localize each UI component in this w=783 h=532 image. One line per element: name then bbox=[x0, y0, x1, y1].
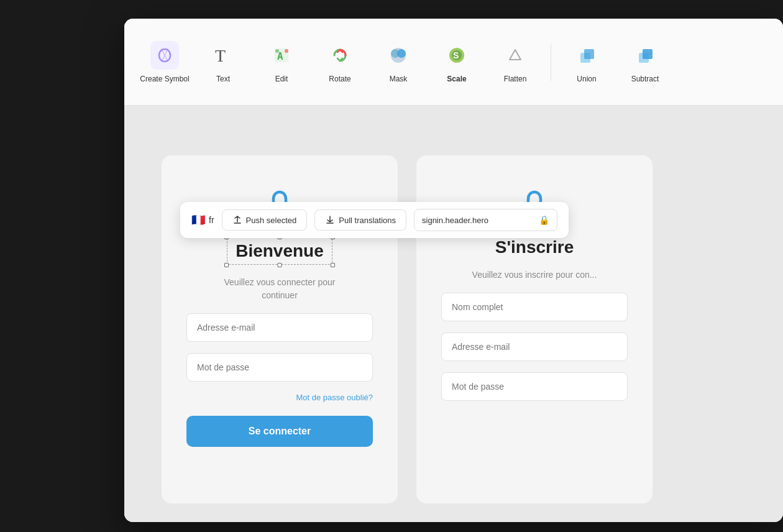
svg-point-3 bbox=[275, 49, 279, 53]
scale-icon: S bbox=[442, 41, 471, 70]
canvas-area[interactable]: 🇫🇷 fr Push selected Pull translations bbox=[124, 106, 783, 522]
scale-tool[interactable]: S Scale bbox=[429, 28, 485, 96]
rotate-label: Rotate bbox=[329, 75, 350, 83]
mask-icon bbox=[384, 41, 413, 70]
handle-bl bbox=[224, 263, 229, 267]
toolbar: Create Symbol T Text A Edit bbox=[124, 19, 783, 106]
flatten-tool[interactable]: Flatten bbox=[487, 28, 543, 96]
flatten-icon bbox=[501, 41, 529, 70]
subtract-tool[interactable]: Subtract bbox=[617, 28, 673, 96]
rotate-tool[interactable]: Rotate bbox=[312, 28, 368, 96]
signup-title: S'inscrire bbox=[495, 237, 574, 257]
signup-password-input[interactable] bbox=[441, 372, 628, 401]
union-label: Union bbox=[577, 75, 596, 83]
push-icon bbox=[232, 215, 242, 225]
pull-translations-button[interactable]: Pull translations bbox=[314, 209, 406, 231]
signup-fullname-input[interactable] bbox=[441, 293, 628, 321]
create-symbol-tool[interactable]: Create Symbol bbox=[137, 28, 193, 96]
signin-email-input[interactable] bbox=[186, 313, 373, 342]
rotate-icon bbox=[326, 41, 354, 70]
svg-text:S: S bbox=[453, 50, 459, 60]
svg-point-7 bbox=[397, 49, 406, 58]
toolbar-divider bbox=[551, 44, 551, 81]
signin-submit-button[interactable]: Se connecter bbox=[186, 416, 373, 447]
union-icon bbox=[572, 41, 601, 70]
signin-title: Bienvenue bbox=[236, 241, 324, 260]
signin-title-selected: Bienvenue bbox=[227, 237, 332, 265]
pull-icon bbox=[325, 215, 335, 225]
signup-email-input[interactable] bbox=[441, 332, 628, 361]
translation-key-input[interactable] bbox=[422, 216, 534, 225]
translation-bar: 🇫🇷 fr Push selected Pull translations bbox=[180, 202, 569, 238]
text-label: Text bbox=[216, 75, 230, 83]
edit-label: Edit bbox=[275, 75, 288, 83]
key-input-wrapper: 🔒 bbox=[414, 209, 557, 231]
push-selected-button[interactable]: Push selected bbox=[222, 209, 308, 231]
signin-subtitle: Veuillez vous connecter pour continuer bbox=[205, 276, 354, 302]
signin-password-input[interactable] bbox=[186, 353, 373, 382]
svg-rect-14 bbox=[643, 49, 652, 59]
flag-icon: 🇫🇷 bbox=[191, 213, 205, 227]
lock-icon-small: 🔒 bbox=[539, 215, 549, 225]
text-icon: T bbox=[209, 41, 237, 70]
svg-rect-12 bbox=[584, 49, 594, 59]
text-tool[interactable]: T Text bbox=[195, 28, 251, 96]
create-symbol-label: Create Symbol bbox=[140, 75, 189, 83]
subtract-icon bbox=[631, 41, 659, 70]
forgot-password-link[interactable]: Mot de passe oublié? bbox=[296, 393, 373, 402]
create-symbol-icon bbox=[150, 41, 179, 70]
svg-point-4 bbox=[285, 49, 288, 53]
main-window: Create Symbol T Text A Edit bbox=[124, 19, 783, 522]
language-code: fr bbox=[209, 215, 214, 225]
signup-subtitle: Veuillez vous inscrire pour con... bbox=[472, 268, 597, 282]
pull-translations-label: Pull translations bbox=[339, 216, 396, 225]
language-badge[interactable]: 🇫🇷 fr bbox=[191, 213, 214, 227]
svg-text:T: T bbox=[215, 46, 226, 65]
push-selected-label: Push selected bbox=[246, 216, 297, 225]
flatten-label: Flatten bbox=[504, 75, 527, 83]
edit-tool[interactable]: A Edit bbox=[254, 28, 309, 96]
handle-br bbox=[331, 263, 335, 267]
mask-tool[interactable]: Mask bbox=[370, 28, 426, 96]
mask-label: Mask bbox=[390, 75, 408, 83]
handle-bm bbox=[277, 263, 282, 267]
edit-icon: A bbox=[267, 41, 296, 70]
union-tool[interactable]: Union bbox=[559, 28, 615, 96]
scale-label: Scale bbox=[447, 75, 466, 83]
subtract-label: Subtract bbox=[631, 75, 659, 83]
